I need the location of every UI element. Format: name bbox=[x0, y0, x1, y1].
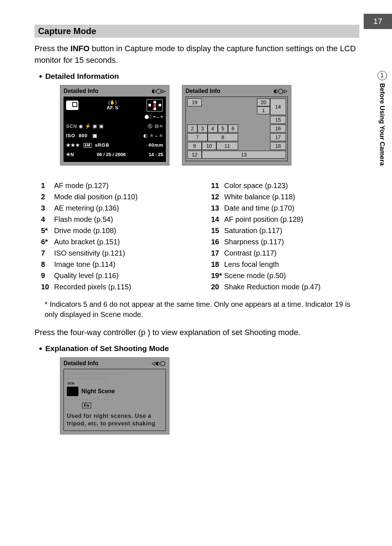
legend-number: 9 bbox=[41, 270, 54, 281]
cell-1: 1 bbox=[257, 106, 270, 114]
legend-number: 7 bbox=[41, 248, 54, 259]
legend-text: Lens focal length bbox=[224, 259, 279, 270]
cell-7: 7 bbox=[187, 133, 208, 141]
legend-number: 17 bbox=[211, 248, 224, 259]
legend-text: Auto bracket (p.151) bbox=[54, 236, 120, 248]
scene-description: Used for night scenes. Use a tripod, etc… bbox=[67, 412, 163, 428]
legend-number: 16 bbox=[211, 236, 224, 248]
cell-17: 17 bbox=[270, 133, 286, 141]
cell-3: 3 bbox=[197, 125, 208, 133]
chapter-tab: 1 Before Using Your Camera bbox=[372, 71, 392, 166]
cell-14: 14 bbox=[270, 98, 286, 115]
iso-value: 800 bbox=[79, 133, 88, 138]
lcd-shooting-mode: Detailed Info ◁◐◯ SCN Night Scene Fn Use… bbox=[60, 357, 170, 435]
dotted-line bbox=[67, 377, 105, 380]
legend-number: 14 bbox=[211, 214, 224, 225]
legend-number: 20 bbox=[211, 281, 224, 293]
lcd2-title: Detailed Info bbox=[185, 88, 220, 94]
legend-text: Flash mode (p.54) bbox=[54, 214, 113, 225]
legend-item: 12White balance (p.118) bbox=[211, 191, 360, 203]
cell-6: 6 bbox=[228, 125, 238, 133]
lcd1-sr-icon: ◐◯▷ bbox=[152, 88, 166, 94]
chapter-label: Before Using Your Camera bbox=[378, 83, 386, 166]
cell-19: 19 bbox=[187, 98, 202, 106]
legend-number: 13 bbox=[211, 203, 224, 214]
color-space: sRGB bbox=[95, 142, 109, 148]
scene-mode-name: Night Scene bbox=[81, 388, 115, 395]
legend-number: 18 bbox=[211, 259, 224, 270]
night-scene-icon bbox=[67, 387, 78, 396]
legend-item: 16Sharpness (p.117) bbox=[211, 236, 360, 248]
cell-2: 2 bbox=[187, 125, 197, 133]
legend-number: 8 bbox=[41, 259, 54, 270]
legend-text: Sharpness (p.117) bbox=[224, 236, 284, 248]
legend-number: 5* bbox=[41, 225, 54, 236]
legend-number: 11 bbox=[211, 180, 224, 191]
legend-number: 3 bbox=[41, 203, 54, 214]
legend-item: 8Image tone (p.114) bbox=[41, 259, 189, 270]
cell-16: 16 bbox=[270, 125, 286, 133]
date-value: 06 / 25 / 2006 bbox=[97, 152, 126, 157]
legend-number: 19* bbox=[211, 270, 224, 281]
fn-button-label: Fn bbox=[82, 403, 91, 408]
legend-text: Color space (p.123) bbox=[224, 180, 288, 191]
cell-9: 9 bbox=[187, 142, 202, 150]
cell-8: 8 bbox=[208, 133, 238, 141]
legend-text: Contrast (p.117) bbox=[224, 248, 277, 259]
legend-item: 18Lens focal length bbox=[211, 259, 360, 270]
legend-number: 10 bbox=[41, 281, 54, 293]
scn-label: SCN bbox=[68, 382, 163, 385]
legend-text: AE metering (p.136) bbox=[54, 203, 119, 214]
quality-stars: ★★★ bbox=[66, 142, 80, 148]
lcd2-sr-icon: ◐◯▷ bbox=[274, 88, 288, 94]
legend-item: 13Date and time (p.170) bbox=[211, 203, 360, 214]
legend-item: 5*Drive mode (p.108) bbox=[41, 225, 189, 236]
legend-item: 15Saturation (p.117) bbox=[211, 225, 360, 236]
white-balance: N bbox=[70, 152, 74, 157]
cell-18: 18 bbox=[270, 142, 286, 150]
legend-item: 6*Auto bracket (p.151) bbox=[41, 236, 189, 248]
legend-text: AF mode (p.127) bbox=[54, 180, 109, 191]
legend-item: 9Quality level (p.116) bbox=[41, 270, 189, 281]
legend-item: 20Shake Reduction mode (p.47) bbox=[211, 281, 360, 293]
contrast-indicator: ◐ ≐⫠≐ bbox=[143, 133, 163, 138]
intro-text: Press the INFO button in Capture mode to… bbox=[34, 43, 359, 66]
legend-item: 3AE metering (p.136) bbox=[41, 203, 189, 214]
legend-text: Drive mode (p.108) bbox=[54, 225, 116, 236]
cell-11: 11 bbox=[216, 142, 238, 150]
legend-text: Shake Reduction mode (p.47) bbox=[224, 281, 321, 293]
legend-text: White balance (p.118) bbox=[224, 191, 295, 203]
iso-label: ISO bbox=[66, 133, 75, 138]
legend-item: 1AF mode (p.127) bbox=[41, 180, 189, 191]
subhead-shooting-mode: Explanation of Set Shooting Mode bbox=[39, 344, 359, 353]
cell-13: 13 bbox=[202, 151, 286, 159]
legend-text: Date and time (p.170) bbox=[224, 203, 294, 214]
saturation-indicator: ⬤░ ≐⫠≐ bbox=[66, 113, 163, 121]
scn-label: SCN bbox=[66, 123, 77, 129]
camera-icon bbox=[66, 101, 78, 110]
legend-item: 7ISO sensitivity (p.121) bbox=[41, 248, 189, 259]
legend-number: 2 bbox=[41, 191, 54, 203]
controller-instruction: Press the four-way controller (p ) to vi… bbox=[34, 327, 359, 338]
indicator-legend: 1AF mode (p.127)2Mode dial position (p.1… bbox=[41, 180, 359, 293]
page-number: 17 bbox=[364, 14, 392, 29]
info-button-label: INFO bbox=[70, 44, 90, 53]
section-title: Capture Mode bbox=[34, 25, 359, 38]
cell-5: 5 bbox=[218, 125, 228, 133]
legend-item: 2Mode dial position (p.110) bbox=[41, 191, 189, 203]
legend-item: 11Color space (p.123) bbox=[211, 180, 360, 191]
legend-text: Saturation (p.117) bbox=[224, 225, 282, 236]
footnote: *Indicators 5 and 6 do not appear at the… bbox=[45, 299, 359, 319]
legend-text: AF point position (p.128) bbox=[224, 214, 303, 225]
cell-20: 20 bbox=[257, 98, 270, 106]
legend-number: 1 bbox=[41, 180, 54, 191]
dotted-line bbox=[67, 398, 115, 401]
lcd3-nav-icon: ◁◐◯ bbox=[152, 360, 166, 366]
legend-number: 4 bbox=[41, 214, 54, 225]
sharpness-indicator: Ⓢ ⊟≐ bbox=[148, 123, 163, 130]
dotted-line bbox=[67, 372, 124, 376]
legend-text: Scene mode (p.50) bbox=[224, 270, 286, 281]
chapter-number: 1 bbox=[377, 71, 387, 80]
lcd-detailed-info: Detailed Info ◐◯▷ (✋) AF. S ⬤░ ≐⫠≐ bbox=[60, 85, 170, 166]
legend-item: 4Flash mode (p.54) bbox=[41, 214, 189, 225]
